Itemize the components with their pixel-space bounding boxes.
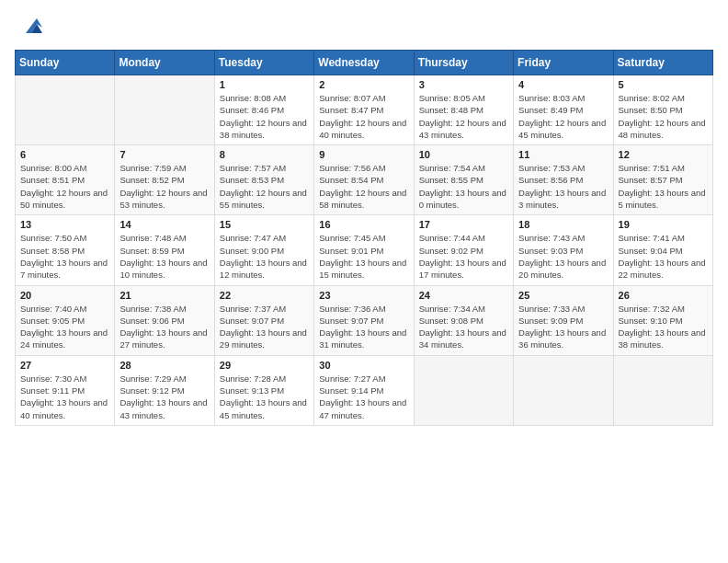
day-info: Sunrise: 7:54 AMSunset: 8:55 PMDaylight:… <box>419 162 508 211</box>
day-info: Sunrise: 7:50 AMSunset: 8:58 PMDaylight:… <box>20 232 109 281</box>
day-info: Sunrise: 7:32 AMSunset: 9:10 PMDaylight:… <box>619 303 708 351</box>
day-number: 7 <box>119 149 209 160</box>
calendar-header-friday: Friday <box>514 51 613 75</box>
day-info: Sunrise: 8:08 AMSunset: 8:46 PMDaylight:… <box>220 92 309 141</box>
day-info: Sunrise: 7:45 AMSunset: 9:01 PMDaylight:… <box>319 232 408 281</box>
day-number: 24 <box>419 290 508 301</box>
calendar-header-thursday: Thursday <box>414 51 513 75</box>
day-number: 28 <box>119 360 209 371</box>
calendar-header-saturday: Saturday <box>613 51 712 75</box>
calendar-cell: 26Sunrise: 7:32 AMSunset: 9:10 PMDayligh… <box>613 285 712 355</box>
calendar-cell: 1Sunrise: 8:08 AMSunset: 8:46 PMDaylight… <box>214 75 313 145</box>
day-number: 17 <box>419 219 508 230</box>
calendar-cell: 13Sunrise: 7:50 AMSunset: 8:58 PMDayligh… <box>16 215 115 285</box>
calendar-cell: 24Sunrise: 7:34 AMSunset: 9:08 PMDayligh… <box>414 285 513 355</box>
day-number: 21 <box>119 290 209 301</box>
calendar-cell <box>115 75 214 145</box>
day-number: 8 <box>220 149 309 160</box>
calendar-cell: 18Sunrise: 7:43 AMSunset: 9:03 PMDayligh… <box>514 215 613 285</box>
calendar-cell: 10Sunrise: 7:54 AMSunset: 8:55 PMDayligh… <box>414 145 513 215</box>
calendar-cell: 16Sunrise: 7:45 AMSunset: 9:01 PMDayligh… <box>314 215 414 285</box>
day-info: Sunrise: 7:34 AMSunset: 9:08 PMDaylight:… <box>419 303 508 351</box>
day-number: 19 <box>619 219 708 230</box>
calendar-week-row: 13Sunrise: 7:50 AMSunset: 8:58 PMDayligh… <box>16 215 713 285</box>
day-number: 2 <box>319 79 408 90</box>
day-number: 13 <box>20 219 109 230</box>
day-number: 14 <box>119 219 209 230</box>
day-number: 20 <box>20 290 109 301</box>
calendar-cell: 21Sunrise: 7:38 AMSunset: 9:06 PMDayligh… <box>115 285 214 355</box>
day-info: Sunrise: 7:41 AMSunset: 9:04 PMDaylight:… <box>619 232 708 281</box>
calendar-cell <box>16 75 115 145</box>
day-number: 16 <box>319 219 408 230</box>
calendar-week-row: 20Sunrise: 7:40 AMSunset: 9:05 PMDayligh… <box>16 285 713 355</box>
day-number: 22 <box>220 290 309 301</box>
day-number: 23 <box>319 290 408 301</box>
calendar-header-wednesday: Wednesday <box>314 51 414 75</box>
day-info: Sunrise: 7:30 AMSunset: 9:11 PMDaylight:… <box>20 373 109 421</box>
page-header <box>15 15 713 40</box>
day-number: 27 <box>20 360 109 371</box>
day-number: 4 <box>518 79 608 90</box>
calendar-cell: 3Sunrise: 8:05 AMSunset: 8:48 PMDaylight… <box>414 75 513 145</box>
calendar-cell: 7Sunrise: 7:59 AMSunset: 8:52 PMDaylight… <box>115 145 214 215</box>
day-info: Sunrise: 7:27 AMSunset: 9:14 PMDaylight:… <box>319 373 408 421</box>
day-info: Sunrise: 7:33 AMSunset: 9:09 PMDaylight:… <box>518 303 608 351</box>
calendar-cell: 25Sunrise: 7:33 AMSunset: 9:09 PMDayligh… <box>514 285 613 355</box>
day-info: Sunrise: 7:57 AMSunset: 8:53 PMDaylight:… <box>220 162 309 211</box>
calendar-cell <box>613 355 712 425</box>
day-number: 12 <box>619 149 708 160</box>
day-info: Sunrise: 7:36 AMSunset: 9:07 PMDaylight:… <box>319 303 408 351</box>
day-number: 6 <box>20 149 109 160</box>
calendar-cell <box>514 355 613 425</box>
day-number: 9 <box>319 149 408 160</box>
calendar-cell: 14Sunrise: 7:48 AMSunset: 8:59 PMDayligh… <box>115 215 214 285</box>
day-info: Sunrise: 7:51 AMSunset: 8:57 PMDaylight:… <box>619 162 708 211</box>
day-info: Sunrise: 7:29 AMSunset: 9:12 PMDaylight:… <box>119 373 209 421</box>
day-info: Sunrise: 7:47 AMSunset: 9:00 PMDaylight:… <box>220 232 309 281</box>
calendar-cell: 22Sunrise: 7:37 AMSunset: 9:07 PMDayligh… <box>214 285 313 355</box>
day-number: 26 <box>619 290 708 301</box>
calendar-cell: 11Sunrise: 7:53 AMSunset: 8:56 PMDayligh… <box>514 145 613 215</box>
day-info: Sunrise: 8:03 AMSunset: 8:49 PMDaylight:… <box>518 92 608 141</box>
day-info: Sunrise: 8:07 AMSunset: 8:47 PMDaylight:… <box>319 92 408 141</box>
logo <box>15 15 44 40</box>
calendar-cell: 30Sunrise: 7:27 AMSunset: 9:14 PMDayligh… <box>314 355 414 425</box>
calendar-cell: 15Sunrise: 7:47 AMSunset: 9:00 PMDayligh… <box>214 215 313 285</box>
day-number: 10 <box>419 149 508 160</box>
calendar-week-row: 27Sunrise: 7:30 AMSunset: 9:11 PMDayligh… <box>16 355 713 425</box>
calendar-cell: 6Sunrise: 8:00 AMSunset: 8:51 PMDaylight… <box>16 145 115 215</box>
calendar-cell: 19Sunrise: 7:41 AMSunset: 9:04 PMDayligh… <box>613 215 712 285</box>
calendar-cell: 23Sunrise: 7:36 AMSunset: 9:07 PMDayligh… <box>314 285 414 355</box>
day-number: 18 <box>518 219 608 230</box>
calendar-cell <box>414 355 513 425</box>
calendar-cell: 4Sunrise: 8:03 AMSunset: 8:49 PMDaylight… <box>514 75 613 145</box>
day-info: Sunrise: 7:40 AMSunset: 9:05 PMDaylight:… <box>20 303 109 351</box>
calendar-cell: 2Sunrise: 8:07 AMSunset: 8:47 PMDaylight… <box>314 75 414 145</box>
calendar-header-monday: Monday <box>115 51 214 75</box>
day-info: Sunrise: 7:43 AMSunset: 9:03 PMDaylight:… <box>518 232 608 281</box>
day-number: 25 <box>518 290 608 301</box>
day-info: Sunrise: 7:44 AMSunset: 9:02 PMDaylight:… <box>419 232 508 281</box>
calendar-header-row: SundayMondayTuesdayWednesdayThursdayFrid… <box>16 51 713 75</box>
day-info: Sunrise: 7:48 AMSunset: 8:59 PMDaylight:… <box>119 232 209 281</box>
calendar-header-tuesday: Tuesday <box>214 51 313 75</box>
calendar-cell: 29Sunrise: 7:28 AMSunset: 9:13 PMDayligh… <box>214 355 313 425</box>
calendar-header-sunday: Sunday <box>16 51 115 75</box>
calendar-cell: 5Sunrise: 8:02 AMSunset: 8:50 PMDaylight… <box>613 75 712 145</box>
day-info: Sunrise: 8:02 AMSunset: 8:50 PMDaylight:… <box>619 92 708 141</box>
day-number: 30 <box>319 360 408 371</box>
day-info: Sunrise: 7:28 AMSunset: 9:13 PMDaylight:… <box>220 373 309 421</box>
calendar-week-row: 6Sunrise: 8:00 AMSunset: 8:51 PMDaylight… <box>16 145 713 215</box>
calendar-cell: 9Sunrise: 7:56 AMSunset: 8:54 PMDaylight… <box>314 145 414 215</box>
calendar-cell: 20Sunrise: 7:40 AMSunset: 9:05 PMDayligh… <box>16 285 115 355</box>
day-number: 29 <box>220 360 309 371</box>
logo-icon <box>18 15 44 40</box>
calendar-cell: 27Sunrise: 7:30 AMSunset: 9:11 PMDayligh… <box>16 355 115 425</box>
day-number: 15 <box>220 219 309 230</box>
day-info: Sunrise: 7:37 AMSunset: 9:07 PMDaylight:… <box>220 303 309 351</box>
day-info: Sunrise: 7:56 AMSunset: 8:54 PMDaylight:… <box>319 162 408 211</box>
calendar-week-row: 1Sunrise: 8:08 AMSunset: 8:46 PMDaylight… <box>16 75 713 145</box>
calendar-cell: 8Sunrise: 7:57 AMSunset: 8:53 PMDaylight… <box>214 145 313 215</box>
day-info: Sunrise: 8:00 AMSunset: 8:51 PMDaylight:… <box>20 162 109 211</box>
